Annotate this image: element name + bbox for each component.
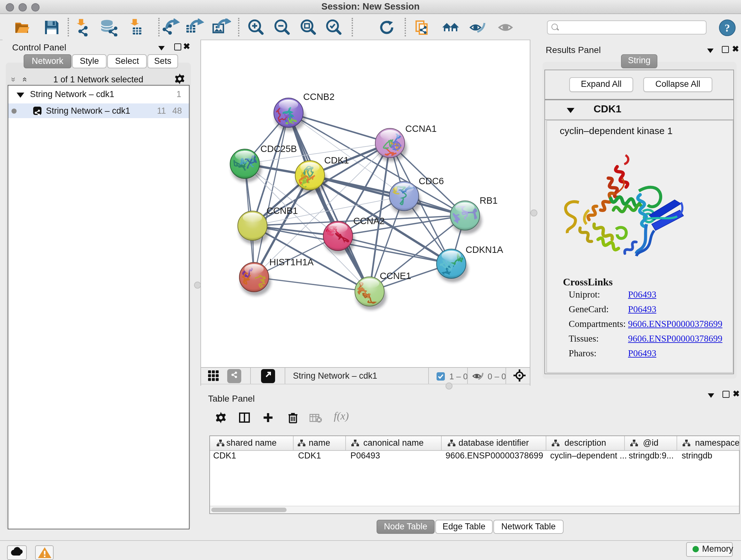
svg-text:?: ?	[725, 22, 730, 34]
svg-text:CDC6: CDC6	[419, 176, 444, 186]
svg-text:CCNA2: CCNA2	[353, 216, 385, 226]
svg-text:CCNA1: CCNA1	[405, 124, 436, 134]
svg-text:CDKN1A: CDKN1A	[466, 245, 503, 255]
svg-text:CCNB1: CCNB1	[266, 206, 298, 216]
svg-text:RB1: RB1	[480, 195, 497, 206]
svg-text:CCNB2: CCNB2	[303, 91, 334, 102]
svg-text:CDC25B: CDC25B	[260, 144, 297, 154]
svg-text:CCNE1: CCNE1	[380, 271, 411, 281]
svg-text:HIST1H1A: HIST1H1A	[269, 257, 314, 267]
svg-text:CDK1: CDK1	[324, 155, 349, 165]
